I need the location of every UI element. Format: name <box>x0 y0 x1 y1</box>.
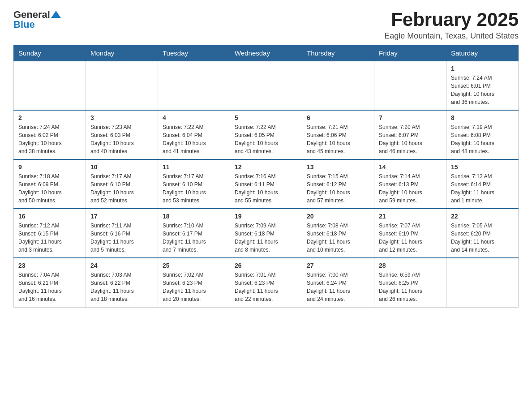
calendar-cell: 3Sunrise: 7:23 AM Sunset: 6:03 PM Daylig… <box>86 110 158 159</box>
title-block: February 2025 Eagle Mountain, Texas, Uni… <box>384 9 519 41</box>
month-title: February 2025 <box>384 9 519 30</box>
calendar-cell: 19Sunrise: 7:09 AM Sunset: 6:18 PM Dayli… <box>230 209 302 258</box>
day-info: Sunrise: 7:02 AM Sunset: 6:23 PM Dayligh… <box>163 271 225 303</box>
day-info: Sunrise: 7:15 AM Sunset: 6:12 PM Dayligh… <box>307 172 369 205</box>
calendar-table: SundayMondayTuesdayWednesdayThursdayFrid… <box>13 45 519 308</box>
day-info: Sunrise: 7:07 AM Sunset: 6:19 PM Dayligh… <box>379 222 442 254</box>
day-of-week-header: Thursday <box>302 46 374 61</box>
day-number: 24 <box>90 262 153 269</box>
day-number: 12 <box>235 163 297 171</box>
day-number: 14 <box>379 163 442 171</box>
calendar-cell: 7Sunrise: 7:20 AM Sunset: 6:07 PM Daylig… <box>374 110 446 159</box>
day-number: 19 <box>235 213 297 220</box>
day-number: 15 <box>451 163 514 171</box>
page-header: General Blue February 2025 Eagle Mountai… <box>13 9 519 41</box>
day-of-week-header: Tuesday <box>158 46 230 61</box>
calendar-header-row: SundayMondayTuesdayWednesdayThursdayFrid… <box>14 46 519 61</box>
day-info: Sunrise: 7:11 AM Sunset: 6:16 PM Dayligh… <box>90 222 153 254</box>
calendar-cell: 9Sunrise: 7:18 AM Sunset: 6:09 PM Daylig… <box>14 159 86 209</box>
day-number: 17 <box>90 213 153 220</box>
calendar-cell: 15Sunrise: 7:13 AM Sunset: 6:14 PM Dayli… <box>446 159 519 209</box>
day-info: Sunrise: 7:18 AM Sunset: 6:09 PM Dayligh… <box>18 172 81 205</box>
calendar-week-row: 2Sunrise: 7:24 AM Sunset: 6:02 PM Daylig… <box>14 110 519 159</box>
day-info: Sunrise: 7:21 AM Sunset: 6:06 PM Dayligh… <box>307 123 369 155</box>
day-of-week-header: Sunday <box>14 46 86 61</box>
day-info: Sunrise: 7:17 AM Sunset: 6:10 PM Dayligh… <box>90 172 153 205</box>
day-info: Sunrise: 7:01 AM Sunset: 6:23 PM Dayligh… <box>235 271 297 303</box>
day-number: 27 <box>307 262 369 269</box>
calendar-cell: 27Sunrise: 7:00 AM Sunset: 6:24 PM Dayli… <box>302 258 374 307</box>
day-number: 18 <box>163 213 225 220</box>
calendar-cell: 14Sunrise: 7:14 AM Sunset: 6:13 PM Dayli… <box>374 159 446 209</box>
calendar-cell: 18Sunrise: 7:10 AM Sunset: 6:17 PM Dayli… <box>158 209 230 258</box>
day-of-week-header: Saturday <box>446 46 519 61</box>
calendar-cell <box>374 61 446 110</box>
day-info: Sunrise: 7:20 AM Sunset: 6:07 PM Dayligh… <box>379 123 442 155</box>
day-number: 28 <box>379 262 442 269</box>
calendar-cell: 20Sunrise: 7:08 AM Sunset: 6:18 PM Dayli… <box>302 209 374 258</box>
day-number: 13 <box>307 163 369 171</box>
day-number: 21 <box>379 213 442 220</box>
calendar-cell: 26Sunrise: 7:01 AM Sunset: 6:23 PM Dayli… <box>230 258 302 307</box>
calendar-cell: 11Sunrise: 7:17 AM Sunset: 6:10 PM Dayli… <box>158 159 230 209</box>
day-number: 16 <box>18 213 81 220</box>
calendar-cell: 8Sunrise: 7:19 AM Sunset: 6:08 PM Daylig… <box>446 110 519 159</box>
day-number: 23 <box>18 262 81 269</box>
calendar-cell: 10Sunrise: 7:17 AM Sunset: 6:10 PM Dayli… <box>86 159 158 209</box>
day-of-week-header: Friday <box>374 46 446 61</box>
calendar-cell: 5Sunrise: 7:22 AM Sunset: 6:05 PM Daylig… <box>230 110 302 159</box>
day-info: Sunrise: 7:24 AM Sunset: 6:01 PM Dayligh… <box>451 74 514 106</box>
day-info: Sunrise: 7:23 AM Sunset: 6:03 PM Dayligh… <box>90 123 153 155</box>
logo-arrow-icon <box>51 10 61 20</box>
calendar-cell: 17Sunrise: 7:11 AM Sunset: 6:16 PM Dayli… <box>86 209 158 258</box>
day-number: 26 <box>235 262 297 269</box>
calendar-cell <box>86 61 158 110</box>
calendar-week-row: 9Sunrise: 7:18 AM Sunset: 6:09 PM Daylig… <box>14 159 519 209</box>
logo-text-blue: Blue <box>13 19 35 30</box>
day-info: Sunrise: 7:00 AM Sunset: 6:24 PM Dayligh… <box>307 271 369 303</box>
day-number: 11 <box>163 163 225 171</box>
day-number: 8 <box>451 114 514 121</box>
calendar-cell: 25Sunrise: 7:02 AM Sunset: 6:23 PM Dayli… <box>158 258 230 307</box>
calendar-cell: 28Sunrise: 6:59 AM Sunset: 6:25 PM Dayli… <box>374 258 446 307</box>
calendar-cell <box>158 61 230 110</box>
calendar-cell: 22Sunrise: 7:05 AM Sunset: 6:20 PM Dayli… <box>446 209 519 258</box>
day-info: Sunrise: 7:17 AM Sunset: 6:10 PM Dayligh… <box>163 172 225 205</box>
day-info: Sunrise: 6:59 AM Sunset: 6:25 PM Dayligh… <box>379 271 442 303</box>
day-info: Sunrise: 7:10 AM Sunset: 6:17 PM Dayligh… <box>163 222 225 254</box>
day-number: 20 <box>307 213 369 220</box>
day-number: 7 <box>379 114 442 121</box>
day-info: Sunrise: 7:22 AM Sunset: 6:04 PM Dayligh… <box>163 123 225 155</box>
calendar-cell: 16Sunrise: 7:12 AM Sunset: 6:15 PM Dayli… <box>14 209 86 258</box>
calendar-cell <box>446 258 519 307</box>
day-info: Sunrise: 7:12 AM Sunset: 6:15 PM Dayligh… <box>18 222 81 254</box>
svg-marker-0 <box>51 11 61 18</box>
day-info: Sunrise: 7:14 AM Sunset: 6:13 PM Dayligh… <box>379 172 442 205</box>
calendar-cell <box>302 61 374 110</box>
calendar-cell: 23Sunrise: 7:04 AM Sunset: 6:21 PM Dayli… <box>14 258 86 307</box>
day-number: 10 <box>90 163 153 171</box>
calendar-cell: 24Sunrise: 7:03 AM Sunset: 6:22 PM Dayli… <box>86 258 158 307</box>
day-number: 2 <box>18 114 81 121</box>
day-info: Sunrise: 7:05 AM Sunset: 6:20 PM Dayligh… <box>451 222 514 254</box>
day-of-week-header: Monday <box>86 46 158 61</box>
calendar-cell: 6Sunrise: 7:21 AM Sunset: 6:06 PM Daylig… <box>302 110 374 159</box>
day-number: 4 <box>163 114 225 121</box>
calendar-cell <box>14 61 86 110</box>
calendar-cell <box>230 61 302 110</box>
day-number: 1 <box>451 65 514 72</box>
day-info: Sunrise: 7:09 AM Sunset: 6:18 PM Dayligh… <box>235 222 297 254</box>
day-number: 25 <box>163 262 225 269</box>
day-info: Sunrise: 7:04 AM Sunset: 6:21 PM Dayligh… <box>18 271 81 303</box>
day-number: 6 <box>307 114 369 121</box>
day-number: 9 <box>18 163 81 171</box>
day-info: Sunrise: 7:08 AM Sunset: 6:18 PM Dayligh… <box>307 222 369 254</box>
calendar-cell: 13Sunrise: 7:15 AM Sunset: 6:12 PM Dayli… <box>302 159 374 209</box>
day-info: Sunrise: 7:19 AM Sunset: 6:08 PM Dayligh… <box>451 123 514 155</box>
calendar-cell: 1Sunrise: 7:24 AM Sunset: 6:01 PM Daylig… <box>446 61 519 110</box>
calendar-week-row: 16Sunrise: 7:12 AM Sunset: 6:15 PM Dayli… <box>14 209 519 258</box>
calendar-week-row: 23Sunrise: 7:04 AM Sunset: 6:21 PM Dayli… <box>14 258 519 307</box>
calendar-week-row: 1Sunrise: 7:24 AM Sunset: 6:01 PM Daylig… <box>14 61 519 110</box>
day-info: Sunrise: 7:22 AM Sunset: 6:05 PM Dayligh… <box>235 123 297 155</box>
calendar-cell: 21Sunrise: 7:07 AM Sunset: 6:19 PM Dayli… <box>374 209 446 258</box>
